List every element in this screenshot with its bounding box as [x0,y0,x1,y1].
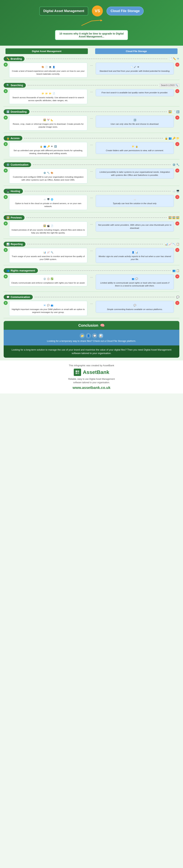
rmcl2: 💬 [135,277,138,280]
footer-tagline2: software tailored to your organisation. [4,381,179,384]
downloading-header: ⬇️ Downloading 🖼️ 📄 ⬇️ [0,108,183,115]
branding-dam-card: 🎨 📄 💻 👤 Create a best of brand experienc… [9,63,87,78]
branding-cloud-card: 📄 🖊 👁 Standard look and feel from your p… [96,63,174,74]
hosting-dam-card: ☁️ 🖥️ 🌐 Option to host in the cloud on p… [9,195,87,210]
downloading-minus-area: − [175,116,179,120]
conclusion-green-box: Looking for a long-term solution to mana… [4,345,179,358]
access-cloud-card: 📁 🔒 Create folders with user permissions… [96,142,174,154]
rights-label: Rights management [10,269,35,272]
acci3: 🔑 [173,137,176,140]
footer-tagline: Reliable, easy to use Digital Asset Mana… [4,378,179,380]
branding-ci-1: 📄 [169,57,172,60]
conclusion-brain-icon: 🧠 [100,323,105,328]
communication-content-row: + 📧 💬 👥 Highlight important messages via… [0,300,183,317]
footer-url[interactable]: www.assetbank.co.uk [4,385,179,390]
searching-cloud-text: Free text search is available but qualit… [102,91,168,94]
searching-cloud-card: Free text search is available but qualit… [96,89,174,96]
repci4: 📋 [176,243,179,246]
branding-label: Branding [10,57,22,60]
ccl3: 💬 [92,333,97,338]
access-icon: 🔒 [6,137,9,140]
communication-header: 💬 Communication 💬 [0,293,183,300]
communication-icon: 💬 [6,296,9,299]
acci1: 🔒 [165,137,168,140]
previews-content-row: + 🖼️ 🎬 📄 Instant previews of all your as… [0,221,183,237]
prv2: 🎬 [47,224,50,227]
customisation-dot-line [33,164,171,165]
hosting-content-row: + ☁️ 🖥️ 🌐 Option to host in the cloud on… [0,194,183,211]
hoi1: ☁️ [43,198,46,201]
acl2: 🔒 [135,145,138,148]
coi3: 👥 [51,304,53,307]
downloading-cloud-icons: 🖼️ 📄 ⬇️ [168,110,179,113]
communication-minus-area: − [175,301,179,305]
branding-plus: + [4,63,8,67]
ri2: 📈 [47,251,50,254]
infographic: Digital Asset Management VS Cloud File S… [0,0,183,394]
rcl2: 📊 [135,251,138,254]
downloading-dam-icons: 🖼️ ✂️ 📐 [11,119,85,122]
sep-2 [4,106,179,106]
access-minus: − [175,142,179,146]
repci1: 📊 [165,243,168,246]
section-customisation: ⚙️ Customisation ⚙️ 🔧 + ⚙️ 🔧 🎨 Customise… [0,161,183,184]
prv1: 🖼️ [43,224,46,227]
customisation-dam-card: ⚙️ 🔧 🎨 Customise and configure DAM to su… [9,168,87,184]
assetbank-logo[interactable]: AssetBank [4,369,179,376]
conclusion-cloud-text: Looking for a temporary way to share fil… [47,340,136,342]
reporting-cloud-text: Monitor sign-ins and create activity rep… [99,255,171,260]
customisation-icon: ⚙️ [6,163,9,166]
access-cloud-text: Create folders with user permissions to … [106,149,164,152]
searching-dam-text: Search across thousands of assets instan… [12,96,84,102]
bci2: 🖊 [134,66,136,69]
access-dot-line [24,138,163,138]
hosting-dam-text: Option to host in the cloud on private o… [15,202,81,208]
hosting-dot-line [25,191,171,191]
ccl1: 📁 [80,333,85,338]
ri3: 🔍 [51,251,53,254]
communication-dam-icons: 📧 💬 👥 [11,304,85,307]
searching-dam-icons: 📁 📁 📁 📄 [11,92,85,95]
sep-7 [4,239,179,239]
ccl4: 📊 [98,333,103,338]
previews-connector: ··· [89,221,94,226]
bi1: 🎨 [42,66,44,69]
search-logo-icon: Search LOGO 🔍 [160,84,179,87]
ai3: 🔑 [47,145,50,148]
previews-dam-icons: 🖼️ 🎬 📄 [11,224,85,227]
searching-header: 🔍 Searching Search LOGO 🔍 [0,82,183,88]
hosting-cloud-text: Typically can host the solution in the c… [113,202,157,205]
bci1: 📄 [130,66,133,69]
communication-cloud-icon-row: 💬 [98,304,172,307]
conclusion-section: Conclusion 🧠 📁 👤 💬 📊 Looking for a tempo… [4,321,179,358]
di3: 📐 [51,119,53,122]
subtitle-text: 10 reasons why it might be time to upgra… [59,32,124,38]
searching-tag: 🔍 Searching [4,83,26,88]
communication-plus: + [4,301,8,305]
branding-cloud-text: Standard look and feel from your provide… [99,70,170,72]
access-dam-card: 🔒 👥 🔑 👁 ⬇️ Set up unlimited user groups … [9,142,87,157]
rights-plus-area: + [4,274,8,278]
communication-cloud-icons: 💬 [176,296,179,299]
reporting-tag: 📊 Reporting [4,242,25,247]
cocl1: 💬 [134,304,136,307]
rights-plus: + [4,274,8,278]
communication-dot-line [34,297,175,297]
bi2: 📄 [45,66,48,69]
svg-rect-1 [76,370,77,372]
previews-plus: + [4,221,8,225]
svg-marker-0 [100,20,103,21]
communication-minus: − [175,301,179,305]
section-hosting: 🖥️ Hosting ☁️ 🖥️ + ☁️ 🖥️ 🌐 Option to hos… [0,187,183,211]
previews-minus-area: − [175,221,179,225]
prvci1: 🖼️ [168,216,172,219]
branding-ci-3: 👁 [177,57,179,60]
access-plus: + [4,142,8,146]
acci4: 📁 [176,137,179,140]
branding-header: ✏️ Branding 📄 ✏️ 👁 [0,55,183,62]
access-cloud-icons: 🔒 👥 🔑 📁 [165,137,179,140]
conclusion-green-text: Looking for a long-term solution to mana… [11,348,171,355]
rights-minus-area: − [175,274,179,278]
previews-minus: − [175,221,179,225]
previews-cloud-text: Not possible with some providers. With o… [98,224,172,229]
